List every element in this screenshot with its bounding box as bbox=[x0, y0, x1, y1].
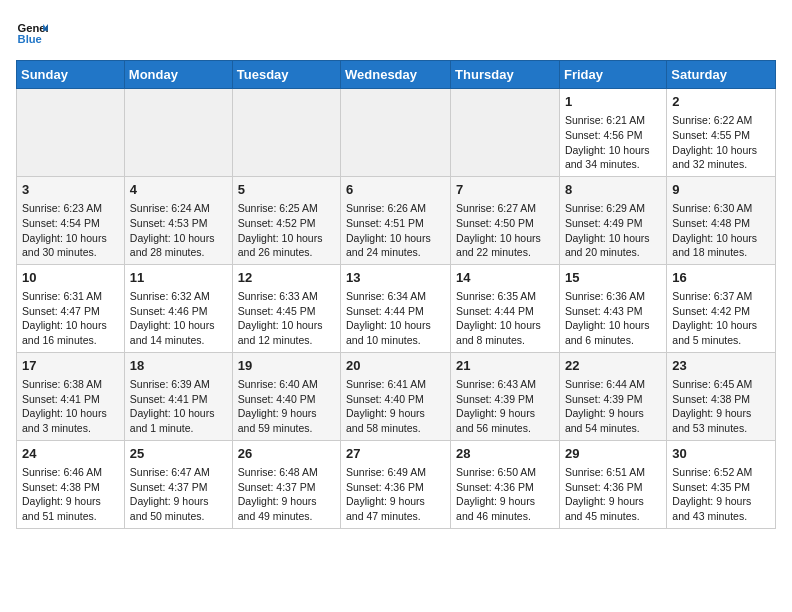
day-info-line: Daylight: 9 hours bbox=[22, 494, 119, 509]
day-info-line: and 50 minutes. bbox=[130, 509, 227, 524]
day-number: 21 bbox=[456, 357, 554, 375]
day-header-thursday: Thursday bbox=[451, 61, 560, 89]
day-header-wednesday: Wednesday bbox=[341, 61, 451, 89]
day-info-line: Daylight: 10 hours bbox=[130, 318, 227, 333]
day-info-line: Daylight: 10 hours bbox=[672, 143, 770, 158]
day-info-line: and 30 minutes. bbox=[22, 245, 119, 260]
day-number: 12 bbox=[238, 269, 335, 287]
day-info-line: Sunset: 4:51 PM bbox=[346, 216, 445, 231]
day-info-line: Sunrise: 6:32 AM bbox=[130, 289, 227, 304]
day-number: 4 bbox=[130, 181, 227, 199]
calendar-empty-cell bbox=[124, 89, 232, 177]
day-info-line: Daylight: 10 hours bbox=[346, 231, 445, 246]
day-number: 28 bbox=[456, 445, 554, 463]
day-number: 17 bbox=[22, 357, 119, 375]
day-number: 11 bbox=[130, 269, 227, 287]
day-number: 29 bbox=[565, 445, 661, 463]
day-number: 9 bbox=[672, 181, 770, 199]
calendar-empty-cell bbox=[451, 89, 560, 177]
calendar-day-cell: 13Sunrise: 6:34 AMSunset: 4:44 PMDayligh… bbox=[341, 264, 451, 352]
day-info-line: Sunrise: 6:21 AM bbox=[565, 113, 661, 128]
svg-text:Blue: Blue bbox=[18, 33, 42, 45]
day-info-line: Sunset: 4:41 PM bbox=[130, 392, 227, 407]
day-info-line: and 59 minutes. bbox=[238, 421, 335, 436]
day-number: 13 bbox=[346, 269, 445, 287]
day-number: 24 bbox=[22, 445, 119, 463]
day-info-line: Daylight: 10 hours bbox=[22, 318, 119, 333]
logo: General Blue bbox=[16, 16, 54, 48]
day-info-line: Sunset: 4:39 PM bbox=[456, 392, 554, 407]
day-info-line: Sunrise: 6:34 AM bbox=[346, 289, 445, 304]
day-info-line: Daylight: 10 hours bbox=[22, 231, 119, 246]
day-info-line: Sunset: 4:37 PM bbox=[238, 480, 335, 495]
calendar-day-cell: 15Sunrise: 6:36 AMSunset: 4:43 PMDayligh… bbox=[559, 264, 666, 352]
day-info-line: Sunrise: 6:31 AM bbox=[22, 289, 119, 304]
day-number: 7 bbox=[456, 181, 554, 199]
day-info-line: and 16 minutes. bbox=[22, 333, 119, 348]
calendar-day-cell: 19Sunrise: 6:40 AMSunset: 4:40 PMDayligh… bbox=[232, 352, 340, 440]
calendar-day-cell: 10Sunrise: 6:31 AMSunset: 4:47 PMDayligh… bbox=[17, 264, 125, 352]
day-info-line: Daylight: 10 hours bbox=[456, 231, 554, 246]
calendar-day-cell: 24Sunrise: 6:46 AMSunset: 4:38 PMDayligh… bbox=[17, 440, 125, 528]
day-info-line: Sunrise: 6:27 AM bbox=[456, 201, 554, 216]
day-info-line: Sunrise: 6:29 AM bbox=[565, 201, 661, 216]
day-info-line: and 24 minutes. bbox=[346, 245, 445, 260]
calendar-day-cell: 1Sunrise: 6:21 AMSunset: 4:56 PMDaylight… bbox=[559, 89, 666, 177]
day-info-line: Sunset: 4:36 PM bbox=[565, 480, 661, 495]
day-info-line: and 8 minutes. bbox=[456, 333, 554, 348]
day-info-line: Sunset: 4:55 PM bbox=[672, 128, 770, 143]
day-info-line: and 56 minutes. bbox=[456, 421, 554, 436]
day-info-line: Sunset: 4:40 PM bbox=[238, 392, 335, 407]
day-info-line: Sunset: 4:53 PM bbox=[130, 216, 227, 231]
calendar-day-cell: 22Sunrise: 6:44 AMSunset: 4:39 PMDayligh… bbox=[559, 352, 666, 440]
calendar-week-row: 17Sunrise: 6:38 AMSunset: 4:41 PMDayligh… bbox=[17, 352, 776, 440]
day-info-line: Sunset: 4:43 PM bbox=[565, 304, 661, 319]
day-info-line: and 43 minutes. bbox=[672, 509, 770, 524]
day-number: 14 bbox=[456, 269, 554, 287]
day-info-line: Daylight: 9 hours bbox=[456, 494, 554, 509]
day-number: 25 bbox=[130, 445, 227, 463]
day-info-line: and 5 minutes. bbox=[672, 333, 770, 348]
day-info-line: Sunrise: 6:44 AM bbox=[565, 377, 661, 392]
day-info-line: Sunrise: 6:22 AM bbox=[672, 113, 770, 128]
day-info-line: and 34 minutes. bbox=[565, 157, 661, 172]
day-info-line: and 46 minutes. bbox=[456, 509, 554, 524]
day-number: 23 bbox=[672, 357, 770, 375]
day-number: 15 bbox=[565, 269, 661, 287]
calendar-day-cell: 28Sunrise: 6:50 AMSunset: 4:36 PMDayligh… bbox=[451, 440, 560, 528]
calendar-day-cell: 5Sunrise: 6:25 AMSunset: 4:52 PMDaylight… bbox=[232, 176, 340, 264]
day-info-line: Sunset: 4:52 PM bbox=[238, 216, 335, 231]
day-info-line: Daylight: 9 hours bbox=[238, 406, 335, 421]
day-info-line: Sunset: 4:38 PM bbox=[22, 480, 119, 495]
calendar-day-cell: 27Sunrise: 6:49 AMSunset: 4:36 PMDayligh… bbox=[341, 440, 451, 528]
day-info-line: Sunrise: 6:35 AM bbox=[456, 289, 554, 304]
day-info-line: and 22 minutes. bbox=[456, 245, 554, 260]
day-info-line: Sunrise: 6:39 AM bbox=[130, 377, 227, 392]
day-info-line: Sunrise: 6:45 AM bbox=[672, 377, 770, 392]
day-header-monday: Monday bbox=[124, 61, 232, 89]
day-info-line: Sunrise: 6:48 AM bbox=[238, 465, 335, 480]
day-number: 3 bbox=[22, 181, 119, 199]
day-info-line: Sunset: 4:44 PM bbox=[346, 304, 445, 319]
day-number: 19 bbox=[238, 357, 335, 375]
day-number: 20 bbox=[346, 357, 445, 375]
day-number: 5 bbox=[238, 181, 335, 199]
calendar-empty-cell bbox=[341, 89, 451, 177]
day-info-line: Daylight: 9 hours bbox=[456, 406, 554, 421]
day-info-line: Daylight: 9 hours bbox=[346, 494, 445, 509]
calendar-day-cell: 11Sunrise: 6:32 AMSunset: 4:46 PMDayligh… bbox=[124, 264, 232, 352]
day-info-line: Sunset: 4:42 PM bbox=[672, 304, 770, 319]
day-info-line: Sunrise: 6:36 AM bbox=[565, 289, 661, 304]
day-info-line: Sunrise: 6:47 AM bbox=[130, 465, 227, 480]
day-info-line: and 32 minutes. bbox=[672, 157, 770, 172]
day-number: 26 bbox=[238, 445, 335, 463]
day-header-friday: Friday bbox=[559, 61, 666, 89]
day-info-line: Daylight: 10 hours bbox=[238, 318, 335, 333]
day-info-line: Sunset: 4:46 PM bbox=[130, 304, 227, 319]
day-info-line: and 51 minutes. bbox=[22, 509, 119, 524]
calendar-day-cell: 20Sunrise: 6:41 AMSunset: 4:40 PMDayligh… bbox=[341, 352, 451, 440]
day-info-line: and 10 minutes. bbox=[346, 333, 445, 348]
day-number: 2 bbox=[672, 93, 770, 111]
calendar-day-cell: 14Sunrise: 6:35 AMSunset: 4:44 PMDayligh… bbox=[451, 264, 560, 352]
day-info-line: Daylight: 10 hours bbox=[565, 318, 661, 333]
